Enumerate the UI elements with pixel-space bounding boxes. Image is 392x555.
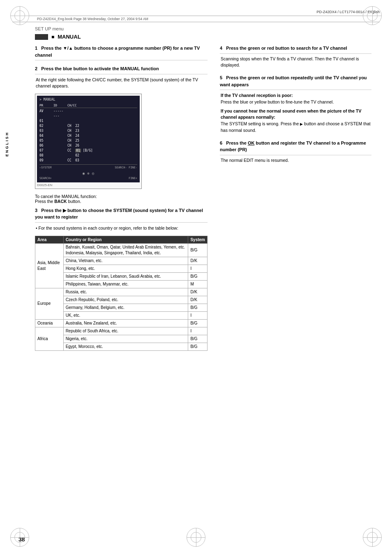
table-header-row: Area Country or Region System [35,236,208,243]
system-cell: M [188,280,208,288]
table-body: Asia, Middle East Bahrain, Kuwait, Oman,… [35,243,208,350]
area-cell-europe: Europe [35,288,64,319]
country-cell: Russia, etc. [63,288,188,296]
tv-bottom-controls: —SYSTEM SEARCH- FINE- [39,164,137,170]
tv-row-09: 09CC 03 [39,158,137,163]
table-row: Africa Republic of South Africa, etc. I [35,327,208,335]
step-4-title: 4 Press the green or red button to searc… [220,45,371,54]
step-1: 1 Press the ▼/▲ buttons to choose a prog… [35,45,208,60]
step-1-num: 1 [35,46,37,51]
country-cell: Philippines, Taiwan, Myanmar, etc. [63,280,188,288]
table-header-country: Country or Region [63,236,188,243]
top-header: PD-Z42DX4 / LCT1774-001A / English [12,8,380,14]
step-4-body: Scanning stops when the TV finds a TV ch… [220,56,371,69]
step-4-text: Press the green or red button to search … [226,46,347,51]
cancel-notice-body: Press the [35,199,54,204]
system-cell: B/G [188,343,208,350]
step-3-bullet-text: For the sound systems in each country or… [39,226,178,230]
tv-screen: > MANUAL PR ID CH/CC AV-------- 01 02CH … [37,96,140,182]
table-header-system: System [188,236,208,243]
manual-heading-square-icon: ■ [51,34,54,40]
system-cell: D/K [188,257,208,265]
step-3-title: 3 Press the ▶ button to choose the SYSTE… [35,207,208,223]
step-6-body: The normal EDIT menu is resumed. [220,157,371,164]
english-side-label: ENGLISH [5,131,9,157]
tv-header-row: PR ID CH/CC [39,103,137,108]
country-cell: Nigeria, etc. [63,335,188,343]
step-6-title: 6 Press the OK button and register the T… [220,140,371,155]
section-title: SET UP menu [35,26,371,31]
country-cell: China, Vietnam, etc. [63,257,188,265]
step-6-title-prefix: Press the [226,140,248,145]
cancel-notice: To cancel the MANUAL function: Press the… [35,194,208,204]
step-4-num: 4 [220,46,222,51]
system-cell: I [188,265,208,272]
country-cell: Republic of South Africa, etc. [63,327,188,335]
tv-row-07: 07CC 01 [B/G] [39,148,137,153]
tv-system-label: —SYSTEM [39,166,52,170]
country-cell: Bahrain, Kuwait, Oman, Qatar, United Ara… [63,243,188,257]
tv-search-fine-bottom: SEARCH+FINE+ [39,176,137,181]
tv-row-03: 03CH 23 [39,129,137,134]
area-cell-africa: Africa [35,327,64,350]
manual-heading: ■ MANUAL [35,34,371,40]
step-5-sub1-title: If the TV channel reception is poor: [221,92,371,99]
tv-title: > MANUAL [39,97,137,102]
step-2-title: 2 Press the blue button to activate the … [35,65,208,74]
left-column: 1 Press the ▼/▲ buttons to choose a prog… [35,45,208,356]
bottom-center-decor [187,528,205,547]
step-5-sub1-body: Press the blue or yellow button to fine-… [221,99,371,106]
area-cell-asia: Asia, Middle East [35,243,64,288]
step-2-num: 2 [35,66,37,71]
system-cell: B/G [188,272,208,280]
tv-row-08: 08 02 [39,153,137,158]
step-3-bullet-icon: • [36,226,37,230]
step-3-text: Press the ▶ button to choose the SYSTEM … [35,208,203,220]
tv-search-fine: SEARCH- FINE- [115,166,137,170]
system-cell: B/G [188,335,208,343]
cancel-notice-prefix: To cancel the MANUAL function: [35,194,97,199]
manual-heading-text: MANUAL [58,34,81,40]
tv-col-pr-header: PR [39,103,51,108]
country-cell: Germany, Holland, Belgium, etc. [63,304,188,311]
step-3-body: • For the sound systems in each country … [35,225,208,232]
tv-nav-icons: ◉⊕◎ [39,171,137,177]
table-header-area: Area [35,236,64,243]
step-6-num: 6 [220,140,222,145]
step-5-body: If the TV channel reception is poor: Pre… [220,92,371,134]
step-5-sub2-title: If you cannot hear the normal sound even… [221,108,371,121]
step-6-ok-text: OK [248,140,255,145]
country-cell: Islamic Republic of Iran, Lebanon, Saudi… [63,272,188,280]
manual-heading-bar [35,34,48,40]
step-4: 4 Press the green or red button to searc… [220,45,371,69]
top-left-corner-decor [10,6,29,25]
tv-row-04: 04CH 24 [39,134,137,138]
system-cell: D/K [188,296,208,304]
step-6: 6 Press the OK button and register the T… [220,140,371,164]
tv-screen-container: > MANUAL PR ID CH/CC AV-------- 01 02CH … [35,94,142,189]
file-path-text: PD-Z42DX4_Eng.book Page 38 Wednesday, Oc… [37,17,148,21]
right-column: 4 Press the green or red button to searc… [220,45,371,356]
system-cell: I [188,311,208,319]
region-table: Area Country or Region System Asia, Midd… [35,236,208,351]
file-path-bar: PD-Z42DX4_Eng.book Page 38 Wednesday, Oc… [12,16,380,22]
step-2: 2 Press the blue button to activate the … [35,65,208,189]
system-cell: D/K [188,288,208,296]
bottom-right-corner-decor [363,528,382,547]
step-5: 5 Press the green or red button repeated… [220,74,371,134]
step-1-text: Press the ▼/▲ buttons to choose a progra… [35,46,200,58]
area-cell-oceania: Oceania [35,319,64,327]
system-cell: B/G [188,319,208,327]
step-5-num: 5 [220,75,222,80]
step-5-text: Press the green or red button repeatedly… [220,75,367,87]
step-1-title: 1 Press the ▼/▲ buttons to choose a prog… [35,45,208,60]
step-2-text: Press the blue button to activate the MA… [41,66,159,71]
step-5-title: 5 Press the green or red button repeated… [220,74,371,90]
bottom-left-corner-decor [10,528,29,547]
country-cell: Czech Republic, Poland, etc. [63,296,188,304]
step-3: 3 Press the ▶ button to choose the SYSTE… [35,207,208,351]
tv-col-chcc-header: CH/CC [67,103,84,108]
country-cell: Egypt, Morocco, etc. [63,343,188,350]
two-column-layout: 1 Press the ▼/▲ buttons to choose a prog… [35,45,371,356]
tv-col-id-header: ID [53,103,65,108]
